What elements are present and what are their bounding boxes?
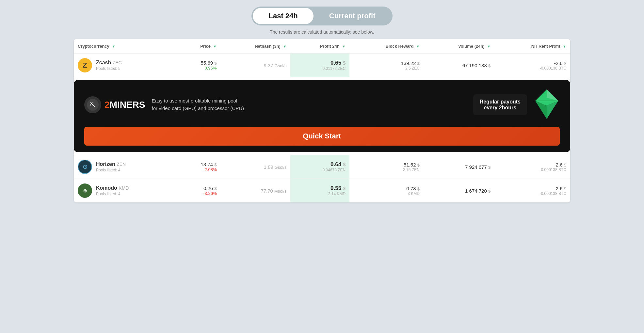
horizen-profit: 0.64 $	[294, 161, 346, 168]
ad-logo-number: 2	[105, 100, 110, 110]
horizen-nh-profit: -2.6 $	[498, 162, 566, 167]
nh-profit-cell-komodo: -2.6 $ -0.000138 BTC	[494, 179, 570, 203]
zcash-name: Zcash ZEC	[96, 60, 122, 66]
toggle-container: Last 24h Current profit	[74, 7, 570, 25]
komodo-ticker: KMD	[119, 185, 129, 191]
ad-banner-row: ⛏ 2MINERS Easy to use most profitable mi…	[74, 77, 570, 155]
th-nethash-arrow: ▼	[283, 44, 287, 48]
eth-svg	[534, 88, 560, 120]
komodo-nh-profit: -2.6 $	[498, 186, 566, 191]
ad-banner: ⛏ 2MINERS Easy to use most profitable mi…	[74, 80, 570, 152]
th-profit24h-label: Profit 24h	[320, 44, 340, 49]
quick-start-button[interactable]: Quick Start	[84, 127, 560, 146]
zcash-nh-profit: -2.6 $	[498, 60, 566, 66]
coin-cell-zcash[interactable]: Z Zcash ZEC Pools listed: 5	[74, 54, 178, 77]
zcash-volume: 67 190 138 $	[462, 63, 491, 68]
price-cell-komodo: 0.26 $ -3.26%	[178, 179, 220, 203]
nh-profit-cell-zcash: -2.6 $ -0.000138 BTC	[494, 54, 570, 77]
zcash-price-change: 0.95%	[182, 66, 217, 71]
komodo-profit-sub: 2.14 KMD	[294, 192, 346, 196]
volume-cell-zcash: 67 190 138 $	[424, 54, 494, 77]
zcash-icon: Z	[78, 58, 92, 72]
ad-top-section: ⛏ 2MINERS Easy to use most profitable mi…	[74, 80, 570, 127]
profit-cell-horizen: 0.64 $ 0.04673 ZEN	[290, 155, 349, 179]
price-cell-zcash: 55.69 $ 0.95%	[178, 54, 220, 77]
ad-logo-miners: MINERS	[110, 100, 145, 110]
toggle-current-profit[interactable]: Current profit	[314, 8, 391, 24]
nethash-cell-komodo: 77.70 Msol/s	[220, 179, 290, 203]
coin-cell-komodo[interactable]: ◎ Komodo KMD Pools listed: 4	[74, 179, 178, 203]
volume-cell-komodo: 1 674 720 $	[424, 179, 494, 203]
th-nethash[interactable]: Nethash (3h) ▼	[220, 39, 290, 54]
th-blockreward-label: Block Reward	[385, 44, 413, 49]
horizen-icon: ⊙	[78, 160, 92, 174]
profit-cell-zcash: 0.65 $ 0.01172 ZEC	[290, 54, 349, 77]
ad-logo: ⛏ 2MINERS	[84, 96, 145, 113]
th-profit24h[interactable]: Profit 24h ▼	[290, 39, 349, 54]
block-cell-komodo: 0.78 $ 3 KMD	[349, 179, 424, 203]
th-price-label: Price	[200, 44, 211, 49]
komodo-price-change: -3.26%	[182, 191, 217, 196]
horizen-block-sub: 3.75 ZEN	[353, 167, 420, 172]
horizen-nethash: 1.89	[264, 164, 273, 170]
komodo-block-main: 0.78 $	[353, 186, 420, 191]
zcash-nethash: 9.37	[264, 63, 273, 68]
th-cryptocurrency-label: Cryptocurrency	[78, 44, 109, 49]
toggle-group: Last 24h Current profit	[251, 7, 392, 25]
eth-diamond-icon	[534, 88, 560, 121]
th-volume[interactable]: Volume (24h) ▼	[424, 39, 494, 54]
svg-text:⛏: ⛏	[90, 102, 96, 108]
table-row: Z Zcash ZEC Pools listed: 5 55.69 $ 0.95…	[74, 54, 570, 77]
komodo-price: 0.26 $	[182, 185, 217, 191]
miner-icon: ⛏	[86, 98, 99, 111]
zcash-nh-sub: -0.000138 BTC	[498, 66, 566, 71]
horizen-name: Horizen ZEN	[96, 161, 126, 167]
ad-logo-text: 2MINERS	[105, 100, 145, 110]
zcash-block-sub: 2.5 ZEC	[353, 66, 420, 71]
th-nethash-label: Nethash (3h)	[255, 44, 281, 49]
coin-cell-horizen[interactable]: ⊙ Horizen ZEN Pools listed: 4	[74, 155, 178, 179]
volume-cell-horizen: 7 924 677 $	[424, 155, 494, 179]
horizen-nh-sub: -0.000138 BTC	[498, 167, 566, 172]
komodo-icon: ◎	[78, 183, 92, 198]
nh-profit-cell-horizen: -2.6 $ -0.000138 BTC	[494, 155, 570, 179]
table-row: ◎ Komodo KMD Pools listed: 4 0.26 $ -3.2…	[74, 179, 570, 203]
zcash-profit: 0.65 $	[294, 60, 346, 66]
zcash-price: 55.69 $	[182, 60, 217, 66]
toggle-last24h[interactable]: Last 24h	[253, 8, 313, 24]
th-price-arrow: ▼	[213, 44, 217, 48]
komodo-name: Komodo KMD	[96, 185, 129, 191]
komodo-profit: 0.55 $	[294, 185, 346, 192]
th-crypto-arrow: ▼	[112, 44, 115, 48]
horizen-profit-sub: 0.04673 ZEN	[294, 168, 346, 172]
zcash-block-main: 139.22 $	[353, 60, 420, 66]
th-nhprofit-arrow: ▼	[563, 44, 566, 48]
th-volume-arrow: ▼	[487, 44, 491, 48]
page-wrapper: Last 24h Current profit The results are …	[74, 7, 570, 202]
komodo-nh-sub: -0.000138 BTC	[498, 191, 566, 196]
horizen-block-main: 51.52 $	[353, 162, 420, 167]
komodo-pools: Pools listed: 4	[96, 192, 129, 196]
th-cryptocurrency[interactable]: Cryptocurrency ▼	[74, 39, 178, 54]
horizen-volume: 7 924 677 $	[465, 164, 491, 170]
nethash-cell-zcash: 9.37 Gsol/s	[220, 54, 290, 77]
ad-cta-section: Quick Start	[74, 127, 570, 152]
th-profit-arrow: ▼	[342, 44, 346, 48]
horizen-price-change: -2.08%	[182, 167, 217, 172]
th-block-arrow: ▼	[416, 44, 420, 48]
th-nhprofit-label: NH Rent Profit	[531, 44, 560, 49]
table-header-row: Cryptocurrency ▼ Price ▼ Nethash (3h) ▼ …	[74, 39, 570, 54]
th-nhprofit[interactable]: NH Rent Profit ▼	[494, 39, 570, 54]
ad-description: Easy to use most profitable mining poolf…	[152, 97, 466, 112]
th-price[interactable]: Price ▼	[178, 39, 220, 54]
th-volume-label: Volume (24h)	[458, 44, 485, 49]
ad-logo-icon: ⛏	[84, 96, 101, 113]
ad-banner-cell: ⛏ 2MINERS Easy to use most profitable mi…	[74, 77, 570, 155]
horizen-price: 13.74 $	[182, 162, 217, 167]
komodo-block-sub: 3 KMD	[353, 191, 420, 196]
horizen-pools: Pools listed: 4	[96, 168, 126, 172]
th-blockreward[interactable]: Block Reward ▼	[349, 39, 424, 54]
profit-cell-komodo: 0.55 $ 2.14 KMD	[290, 179, 349, 203]
block-cell-zcash: 139.22 $ 2.5 ZEC	[349, 54, 424, 77]
zcash-profit-sub: 0.01172 ZEC	[294, 66, 346, 71]
